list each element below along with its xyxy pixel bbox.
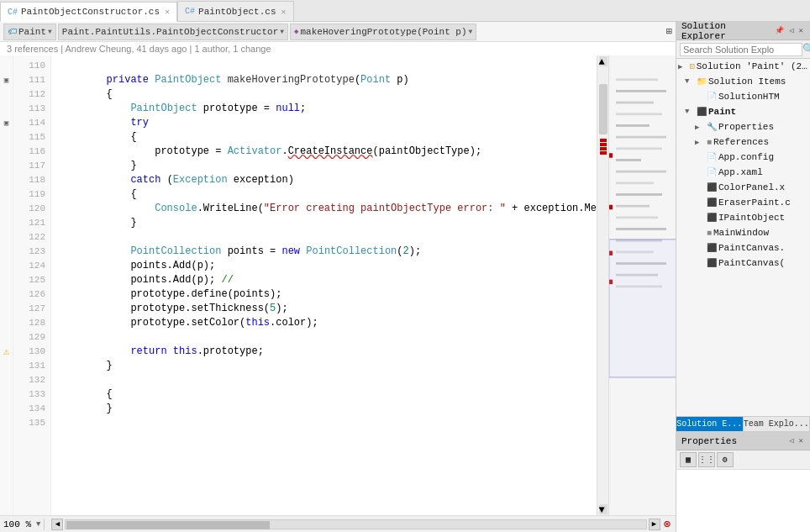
tree-item-appconfig[interactable]: 📄 App.config [676,150,810,165]
references-icon: ■ [707,138,712,147]
properties-panel: Properties ◁ ✕ ▦ ⋮⋮ ⚙ [676,431,810,532]
tree-item-references[interactable]: ▶ ■ References [676,134,810,150]
collapse-icon-111[interactable]: ▣ [4,76,8,85]
error-icon: ⊗ [664,518,671,531]
error-indicator: ⊗ [664,517,671,531]
paint-project-icon: ⬛ [697,107,707,117]
properties-toolbar: ▦ ⋮⋮ ⚙ [676,450,810,470]
breadcrumb-namespace[interactable]: 🏷 Paint ▼ [3,24,56,40]
prop-pin-btn[interactable]: ◁ [787,435,795,446]
svg-rect-8 [616,171,666,173]
svg-rect-19 [609,153,613,157]
solution-search-input[interactable] [680,43,802,56]
properties-header: Properties ◁ ✕ [676,432,810,450]
breadcrumb-method[interactable]: ◆ makeHoveringPrototype(Point p) ▼ [290,24,476,40]
collapse-icon-114[interactable]: ▣ [4,119,8,128]
close-panel-btn[interactable]: ✕ [797,25,805,36]
close-tab-0[interactable]: ✕ [165,7,170,17]
panel-tabs: Solution E... Team Explo... [676,416,810,431]
hscroll-right-btn[interactable]: ▶ [649,519,660,530]
mainwindow-icon: ■ [707,229,712,238]
tree-item-solutionhtm[interactable]: 📄 SolutionHTM [676,89,810,104]
scroll-thumb[interactable] [599,84,608,134]
tab-team-explorer[interactable]: Team Explo... [744,417,811,431]
scroll-up-btn[interactable]: ▲ [599,56,608,66]
warning-icon-130: ⚠ [3,345,9,358]
minimap [608,55,676,515]
breadcrumb: 🏷 Paint ▼ Paint.PaintUtils.PaintObjectCo… [0,22,676,42]
hscroll-track[interactable] [65,519,646,529]
svg-rect-4 [616,124,650,127]
zoom-control[interactable]: 100 % ▼ [0,519,40,529]
code-editor[interactable]: private PaintObject makeHoveringPrototyp… [51,55,597,515]
tree-expand-solutionitems: ▼ [685,77,695,86]
tree-item-colorpanel[interactable]: ⬛ ColorPanel.x [676,180,810,195]
solution-search-bar: 🔍 [676,40,810,59]
scroll-marker-2 [600,143,607,146]
zoom-dropdown[interactable]: ▼ [36,520,40,529]
hscroll-left-btn[interactable]: ◀ [51,519,63,530]
tree-item-paint[interactable]: ▼ ⬛ Paint [676,104,810,119]
hscroll-thumb[interactable] [66,521,270,529]
svg-rect-12 [616,216,658,219]
editor-margin: ▣ ▣ [0,55,13,515]
solution-icon: ⊡ [690,61,695,71]
tree-item-appxaml[interactable]: 📄 App.xaml [676,165,810,180]
tree-item-mainwindow[interactable]: ■ MainWindow [676,225,810,240]
tab-bar: C# PaintObjectConstructor.cs ✕ C# PaintO… [0,0,810,22]
properties-icon: 🔧 [707,122,717,132]
colorpanel-icon: ⬛ [707,182,717,192]
svg-rect-23 [609,240,676,377]
tree-item-properties[interactable]: ▶ 🔧 Properties [676,119,810,134]
solutionhtm-icon: 📄 [707,92,717,102]
tab-paintobjectconstructor[interactable]: C# PaintObjectConstructor.cs ✕ [0,2,177,22]
pin-auto-btn[interactable]: ◁ [787,25,795,36]
tree-item-paintcanvas1[interactable]: ⬛ PaintCanvas. [676,240,810,255]
tree-expand-references: ▶ [695,138,705,147]
split-editor-btn[interactable]: ⊞ [666,25,672,38]
appconfig-icon: 📄 [707,152,717,162]
prop-settings-btn[interactable]: ⚙ [717,452,734,467]
tab-solution-explorer[interactable]: Solution E... [676,417,744,431]
svg-rect-2 [616,102,654,104]
svg-rect-5 [616,136,666,139]
svg-rect-20 [609,205,613,209]
tree-item-ipaintobject[interactable]: ⬛ IPaintObject [676,210,810,225]
editor-vertical-scrollbar[interactable]: ▲ ▼ [597,55,608,515]
tab-paintobject[interactable]: C# PaintObject.cs ✕ [177,1,293,21]
tree-item-eraserpaint[interactable]: ⬛ EraserPaint.c [676,195,810,210]
svg-rect-0 [616,78,658,81]
scroll-down-btn[interactable]: ▼ [599,504,608,514]
svg-rect-1 [616,90,666,92]
tree-item-solution[interactable]: ▶ ⊡ Solution 'Paint' (2 p [676,59,810,74]
prop-alphabetical-btn[interactable]: ⋮⋮ [698,452,715,467]
tab-label-0: PaintObjectConstructor.cs [21,7,160,17]
pin-btn[interactable]: 📌 [773,25,786,36]
svg-rect-9 [616,182,654,184]
solution-explorer-header: Solution Explorer 📌 ◁ ✕ [676,22,810,40]
method-icon: ◆ [294,27,298,36]
tree-expand-solution: ▶ [678,62,688,71]
code-info-line: 3 references | Andrew Cheung, 41 days ag… [0,42,676,55]
tree-item-solution-items[interactable]: ▼ 📁 Solution Items [676,74,810,89]
svg-rect-11 [616,205,650,208]
svg-rect-6 [616,147,662,150]
scroll-marker-3 [600,147,607,150]
namespace-icon: 🏷 [8,26,17,37]
tree-item-paintcanvas2[interactable]: ⬛ PaintCanvas( [676,255,810,271]
tab-label-1: PaintObject.cs [198,7,276,17]
scroll-marker-4 [600,151,607,155]
svg-rect-7 [616,159,641,161]
breadcrumb-class[interactable]: Paint.PaintUtils.PaintObjectConstructor … [58,24,288,40]
svg-rect-13 [616,228,666,230]
tree-expand-properties: ▶ [695,123,705,132]
eraserpaint-icon: ⬛ [707,198,717,208]
prop-close-btn[interactable]: ✕ [797,435,805,446]
close-tab-1[interactable]: ✕ [281,7,287,17]
search-icon[interactable]: 🔍 [802,43,810,55]
cs-icon: C# [8,8,18,17]
properties-content [676,470,810,532]
prop-categorized-btn[interactable]: ▦ [680,452,697,467]
paintcanvas1-icon: ⬛ [707,243,717,253]
svg-rect-10 [616,193,662,196]
